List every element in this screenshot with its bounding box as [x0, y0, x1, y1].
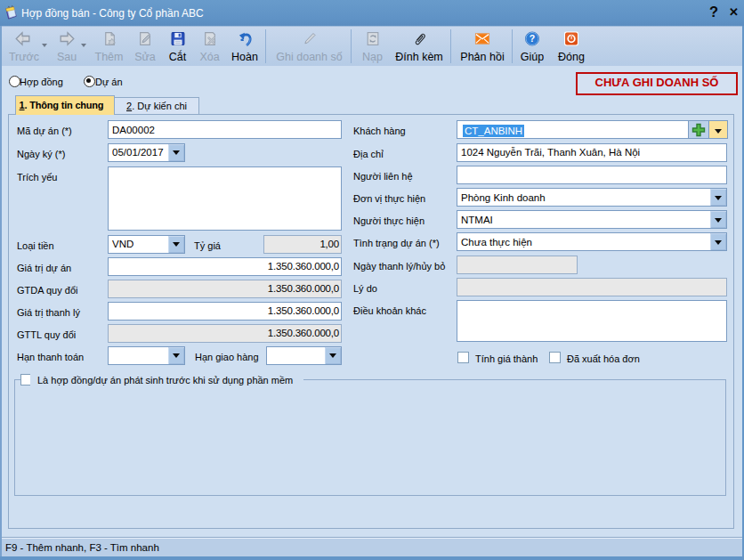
svg-text:?: ?	[530, 33, 535, 44]
